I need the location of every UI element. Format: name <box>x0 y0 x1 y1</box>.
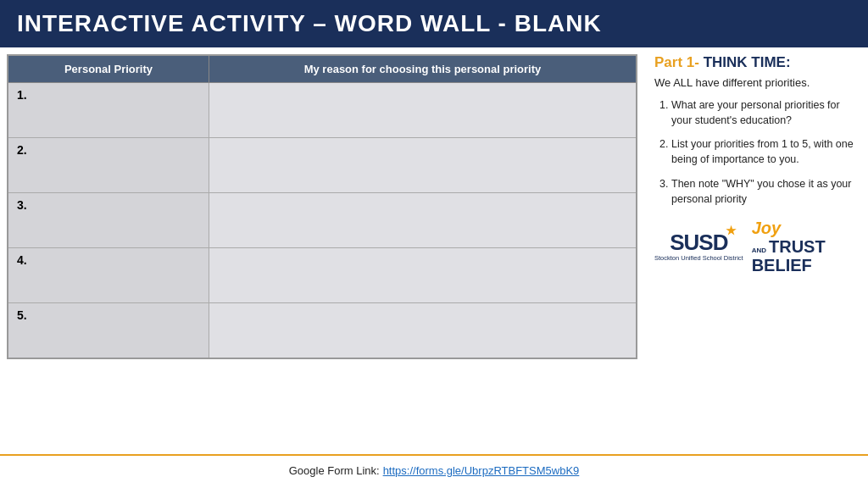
instruction-item: List your priorities from 1 to 5, with o… <box>671 136 858 167</box>
reason-cell <box>209 138 637 193</box>
row-number: 4. <box>17 253 200 297</box>
susd-subtitle: Stockton Unified School District <box>654 254 743 262</box>
jtb-logo: Joy AND TRUST BELIEF <box>752 219 826 274</box>
footer-label: Google Form Link: <box>289 464 380 477</box>
row-number: 2. <box>17 143 200 187</box>
footer-link[interactable]: https://forms.gle/UbrpzRTBFTSM5wbK9 <box>383 464 580 477</box>
main-content: Personal Priority My reason for choosing… <box>0 47 868 454</box>
priority-cell: 1. <box>8 83 209 138</box>
intro-text: We ALL have different priorities. <box>654 76 858 89</box>
table-row: 2. <box>8 138 637 193</box>
instruction-item: What are your personal priorities for yo… <box>671 97 858 128</box>
col1-header: Personal Priority <box>8 55 209 83</box>
susd-letters: SUSD ★ <box>670 230 727 255</box>
priority-cell: 2. <box>8 138 209 193</box>
reason-cell <box>209 303 637 359</box>
priority-cell: 5. <box>8 303 209 359</box>
instruction-item: Then note "WHY" you chose it as your per… <box>671 176 858 207</box>
jtb-joy: Joy <box>752 219 781 237</box>
page-header: INTERACTIVE ACTIVITY – WORD WALL - BLANK <box>0 0 868 47</box>
instructions: What are your personal priorities for yo… <box>654 97 858 207</box>
reason-cell <box>209 193 637 248</box>
logos-section: SUSD ★ Stockton Unified School District … <box>654 219 858 274</box>
row-number: 1. <box>17 88 200 132</box>
reason-cell <box>209 83 637 138</box>
jtb-trust: TRUST <box>769 237 826 256</box>
activity-table: Personal Priority My reason for choosing… <box>7 54 637 359</box>
part-label: Part 1- <box>654 54 699 70</box>
table-row: 4. <box>8 248 637 303</box>
table-section: Personal Priority My reason for choosing… <box>0 47 644 454</box>
header-title: INTERACTIVE ACTIVITY – WORD WALL - BLANK <box>17 10 602 36</box>
jtb-and: AND <box>752 247 766 255</box>
row-number: 5. <box>17 308 200 352</box>
instructions-list: What are your personal priorities for yo… <box>658 97 858 207</box>
table-row: 1. <box>8 83 637 138</box>
table-row: 5. <box>8 303 637 359</box>
table-row: 3. <box>8 193 637 248</box>
col2-header: My reason for choosing this personal pri… <box>209 55 637 83</box>
jtb-trust-row: AND TRUST <box>752 237 826 256</box>
right-panel: Part 1- THINK TIME: We ALL have differen… <box>644 47 868 454</box>
row-number: 3. <box>17 198 200 242</box>
part-text: THINK TIME: <box>704 54 791 70</box>
jtb-belief: BELIEF <box>752 256 812 274</box>
reason-cell <box>209 248 637 303</box>
priority-cell: 3. <box>8 193 209 248</box>
susd-star-icon: ★ <box>726 225 736 236</box>
susd-logo: SUSD ★ Stockton Unified School District <box>654 231 743 262</box>
footer: Google Form Link: https://forms.gle/Ubrp… <box>0 454 868 485</box>
priority-cell: 4. <box>8 248 209 303</box>
part-title: Part 1- THINK TIME: <box>654 54 858 71</box>
